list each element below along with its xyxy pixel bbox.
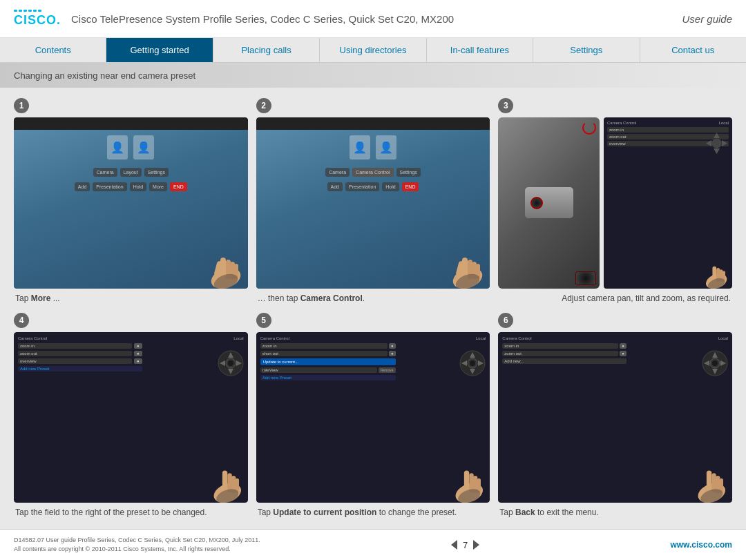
btn-camera: Camera <box>93 168 117 177</box>
step-2-btn-add: Add <box>327 182 343 191</box>
camera-lens <box>530 197 543 209</box>
step-6-header: Camera ControlLocal <box>502 336 728 340</box>
step-2-participants: 👤 👤 <box>256 130 490 165</box>
step-6-caption: Tap Back to exit the menu. <box>498 507 732 519</box>
btn-end: END <box>170 182 187 191</box>
svg-rect-46 <box>464 471 469 494</box>
camera-device <box>498 117 600 289</box>
step-6-row-1: zoom in ● <box>502 343 627 349</box>
cisco-logo-dots <box>14 10 41 12</box>
step-5-short-out: short out <box>260 351 388 356</box>
svg-marker-16 <box>706 140 711 146</box>
step-6-dpad <box>701 349 729 377</box>
step-2-btn-hold: Hold <box>382 182 399 191</box>
document-title: Cisco TelePresence System Profile Series… <box>71 13 454 25</box>
camera-lens-2 <box>575 271 596 285</box>
step-5-add-preset: Add new Preset <box>260 375 396 380</box>
nav-getting-started[interactable]: Getting started <box>106 38 213 62</box>
step-4-screen: Camera ControlLocal zoom in ● zoom out ●… <box>14 332 248 503</box>
header-left: CISCO. Cisco TelePresence System Profile… <box>14 10 454 28</box>
step-2-buttons-2: Add Presentation Hold END <box>256 180 490 194</box>
step-5-remove: Remove <box>379 367 396 373</box>
step-2-btn-settings: Settings <box>396 168 421 177</box>
step-2-buttons: Camera Camera Control Settings <box>256 165 490 180</box>
step-4-field-3: ● <box>134 358 142 364</box>
step-5-role-view: roleView <box>260 367 377 373</box>
step-1-image: 👤 👤 Camera Layout Settings Add Presentat… <box>14 117 248 289</box>
svg-point-18 <box>711 139 721 148</box>
nav-settings[interactable]: Settings <box>533 38 640 62</box>
step-6-number: 6 <box>498 313 513 328</box>
svg-marker-14 <box>714 133 720 138</box>
step-1-participants: 👤 👤 <box>14 130 248 165</box>
step-4-row-2: zoom out ● <box>18 351 142 356</box>
step-2-btn-camera: Camera <box>325 168 350 177</box>
step-3-image: Camera ControlLocal zoom in zoom out ove… <box>498 117 732 289</box>
step-5-header: Camera ControlLocal <box>260 336 486 340</box>
step-3-caption: Adjust camera pan, tilt and zoom, as req… <box>498 293 732 305</box>
step-4-field-1: ● <box>134 343 142 349</box>
svg-marker-17 <box>722 140 727 146</box>
dpad <box>705 131 729 155</box>
step-4-row-1: zoom in ● <box>18 343 142 349</box>
step-4-overview: overview <box>18 358 132 364</box>
step-5: 5 Camera ControlLocal zoom in ● short ou… <box>256 313 490 519</box>
step-3-camera-screen: Camera ControlLocal zoom in zoom out ove… <box>604 117 732 289</box>
step-5-update-btn[interactable]: Update to current... <box>260 358 396 365</box>
camera-body <box>525 187 573 218</box>
hand-icon-4 <box>203 458 248 503</box>
nav-using-directories[interactable]: Using directories <box>320 38 426 62</box>
main-content: 1 👤 👤 Camera Layout Settings <box>0 88 746 529</box>
avatar-2: 👤 <box>133 135 154 160</box>
step-3-screen-header: Camera ControlLocal <box>607 121 729 125</box>
step-4-dpad <box>217 349 245 377</box>
nav-contents[interactable]: Contents <box>0 38 106 62</box>
step-4-zoom-out: zoom out <box>18 351 132 356</box>
step-6: 6 Camera ControlLocal zoom in ● zoom out… <box>498 313 732 519</box>
step-6-dpad-svg <box>701 349 729 377</box>
step-4-row-3: overview ● <box>18 358 142 364</box>
btn-layout: Layout <box>120 168 142 177</box>
hand-icon-5 <box>445 458 490 503</box>
step-6-field-2: ● <box>620 351 627 356</box>
dpad-svg <box>705 131 729 155</box>
svg-rect-33 <box>222 471 227 494</box>
guide-label: User guide <box>682 13 732 25</box>
btn-add: Add <box>75 182 90 191</box>
step-5-zoom-in: zoom in <box>260 343 388 349</box>
cisco-wordmark: CISCO. <box>14 13 61 28</box>
avatar-1: 👤 <box>107 135 128 160</box>
step-1-buttons: Camera Layout Settings <box>14 165 248 180</box>
step-4-field-2: ● <box>134 351 142 356</box>
btn-present: Presentation <box>93 182 126 191</box>
nav-in-call-features[interactable]: In-call features <box>427 38 533 62</box>
step-3: 3 Camera ControlLocal z <box>498 98 732 305</box>
navigation: Contents Getting started Placing calls U… <box>0 38 746 63</box>
step-5-number: 5 <box>256 313 271 328</box>
step-5-row-3: roleView Remove <box>260 367 396 373</box>
hand-icon-2 <box>441 240 490 289</box>
step-4-header: Camera ControlLocal <box>18 336 244 340</box>
step-3-number: 3 <box>498 98 513 113</box>
step-4-list: zoom in ● zoom out ● overview ● Add ne <box>18 343 142 371</box>
step-5-caption: Tap Update to current position to change… <box>256 507 490 519</box>
prev-page-arrow[interactable] <box>451 540 457 550</box>
step-6-list: zoom in ● zoom out ● Add new... <box>502 343 627 364</box>
step-5-image: Camera ControlLocal zoom in ● short out … <box>256 332 490 503</box>
step-2-avatar-1: 👤 <box>350 135 370 160</box>
step-1-caption: Tap More ... <box>14 293 248 305</box>
cisco-logo: CISCO. <box>14 10 61 28</box>
step-5-row-2: short out ● <box>260 351 396 356</box>
step-5-row-1: zoom in ● <box>260 343 396 349</box>
next-page-arrow[interactable] <box>473 540 479 550</box>
step-5-list: zoom in ● short out ● Update to current.… <box>260 343 396 380</box>
nav-contact-us[interactable]: Contact us <box>640 38 746 62</box>
nav-placing-calls[interactable]: Placing calls <box>213 38 320 62</box>
step-4-caption: Tap the field to the right of the preset… <box>14 507 248 519</box>
step-2-btn-camera-ctrl: Camera Control <box>352 168 393 177</box>
svg-marker-15 <box>714 148 720 154</box>
svg-point-31 <box>228 360 233 366</box>
page-title: Changing an existing near end camera pre… <box>14 70 195 81</box>
hand-icon-1 <box>200 240 248 289</box>
page-title-bar: Changing an existing near end camera pre… <box>0 63 746 88</box>
